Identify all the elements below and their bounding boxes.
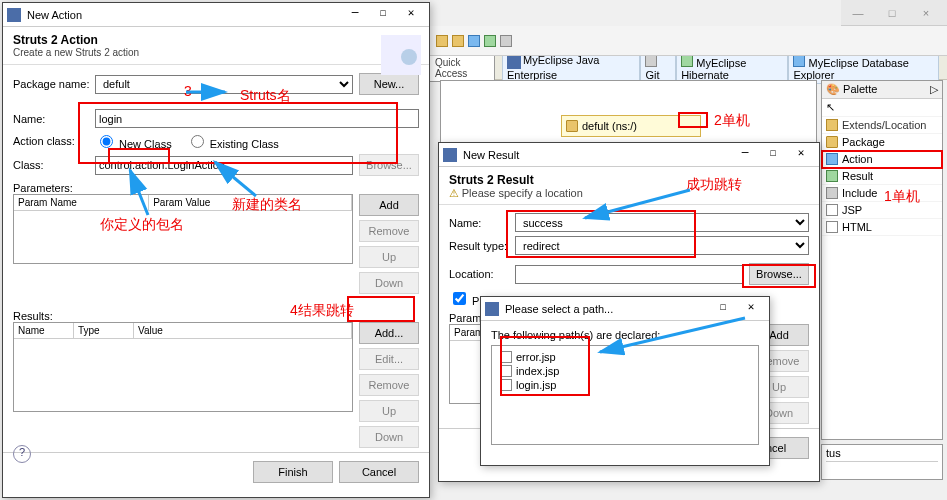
main-close-icon[interactable]: × — [909, 7, 943, 19]
palette-item-action[interactable]: Action — [822, 151, 942, 168]
quick-access-band: Quick Access MyEclipse Java Enterprise G… — [420, 56, 947, 80]
close-icon[interactable]: ✕ — [787, 145, 815, 165]
tb-icon-2[interactable] — [452, 35, 464, 47]
new-action-footer: Finish Cancel — [3, 452, 429, 491]
path-dialog: Please select a path... ☐ ✕ The followin… — [480, 296, 770, 466]
myeclipse-icon — [7, 8, 21, 22]
package-icon — [566, 120, 578, 132]
param-down-button: Down — [359, 272, 419, 294]
myeclipse-icon — [507, 55, 521, 69]
banner-sub: Create a new Struts 2 action — [13, 47, 419, 58]
tb-icon-4[interactable] — [484, 35, 496, 47]
path-tree[interactable]: error.jsp index.jsp login.jsp — [491, 345, 759, 445]
main-min-icon[interactable]: — — [841, 7, 875, 19]
radio-new-class[interactable]: New Class — [95, 132, 172, 150]
help-icon[interactable]: ? — [13, 445, 31, 463]
lbl-result-name: Name: — [449, 217, 515, 229]
finish-button[interactable]: Finish — [253, 461, 333, 483]
palette-select-tool[interactable]: ↖ — [822, 99, 942, 117]
location-input[interactable] — [515, 265, 743, 284]
close-icon[interactable]: ✕ — [397, 5, 425, 25]
jsp-icon — [826, 204, 838, 216]
result-remove-button: Remove — [359, 374, 419, 396]
result-type-select[interactable]: redirect — [515, 236, 809, 255]
tb-icon-5[interactable] — [500, 35, 512, 47]
result-add-button[interactable]: Add... — [359, 322, 419, 344]
path-body: The following path(s) are declared: erro… — [481, 321, 769, 449]
close-icon[interactable]: ✕ — [737, 299, 765, 319]
results-table[interactable]: Name Type Value — [13, 322, 353, 412]
col-param-name: Param Name — [14, 195, 149, 210]
myeclipse-icon — [443, 148, 457, 162]
palette-item-include[interactable]: Include — [822, 185, 942, 202]
persp-db[interactable]: MyEclipse Database Explorer — [788, 52, 939, 84]
main-toolbar — [420, 26, 947, 56]
main-max-icon[interactable]: □ — [875, 7, 909, 19]
result-name-select[interactable]: success — [515, 213, 809, 232]
palette-header[interactable]: 🎨 Palette▷ — [822, 81, 942, 99]
param-add-button[interactable]: Add — [359, 194, 419, 216]
palette-chevron-icon[interactable]: ▷ — [930, 83, 938, 96]
palette-item-jsp[interactable]: JSP — [822, 202, 942, 219]
persp-git[interactable]: Git — [640, 52, 676, 84]
maximize-icon[interactable]: ☐ — [709, 299, 737, 319]
tree-item-error[interactable]: error.jsp — [500, 350, 750, 364]
params-table[interactable]: Param Name Param Value — [13, 194, 353, 264]
git-icon — [645, 55, 657, 67]
tb-icon-1[interactable] — [436, 35, 448, 47]
db-icon — [793, 55, 805, 67]
new-result-banner: Struts 2 Result ⚠ Please specify a locat… — [439, 167, 819, 205]
hibernate-icon — [681, 55, 693, 67]
package-node-defult[interactable]: defult (ns:/) — [561, 115, 701, 137]
minimize-icon[interactable]: ─ — [341, 5, 369, 25]
params-section: Parameters: Param Name Param Value Add R… — [13, 182, 419, 294]
package-node-label: defult (ns:/) — [582, 120, 637, 132]
banner-heading: Struts 2 Action — [13, 33, 419, 47]
browse-location-button[interactable]: Browse... — [749, 263, 809, 285]
palette-item-package[interactable]: Package — [822, 134, 942, 151]
status-label: tus — [826, 447, 841, 459]
maximize-icon[interactable]: ☐ — [369, 5, 397, 25]
banner-warning: ⚠ Please specify a location — [449, 187, 809, 200]
palette-item-html[interactable]: HTML — [822, 219, 942, 236]
tree-item-login[interactable]: login.jsp — [500, 378, 750, 392]
new-result-titlebar[interactable]: New Result ─ ☐ ✕ — [439, 143, 819, 167]
new-package-button[interactable]: New... — [359, 73, 419, 95]
col-r-type: Type — [74, 323, 134, 338]
palette-item-result[interactable]: Result — [822, 168, 942, 185]
param-remove-button: Remove — [359, 220, 419, 242]
lbl-class: Class: — [13, 159, 95, 171]
path-title: Please select a path... — [505, 303, 709, 315]
tree-item-index[interactable]: index.jsp — [500, 364, 750, 378]
jsp-icon — [500, 379, 512, 391]
new-action-body: Package name: defult New... Name: Action… — [3, 65, 429, 452]
banner-image — [381, 35, 421, 75]
persp-hibernate[interactable]: MyEclipse Hibernate — [676, 52, 788, 84]
status-panel: tus — [821, 444, 943, 480]
myeclipse-icon — [485, 302, 499, 316]
lbl-location: Location: — [449, 268, 515, 280]
result-edit-button: Edit... — [359, 348, 419, 370]
class-input[interactable] — [95, 156, 353, 175]
cancel-button[interactable]: Cancel — [339, 461, 419, 483]
quick-access-field[interactable]: Quick Access — [428, 54, 495, 82]
path-desc: The following path(s) are declared: — [491, 329, 759, 341]
package-select[interactable]: defult — [95, 75, 353, 94]
tb-icon-3[interactable] — [468, 35, 480, 47]
result-down-button: Down — [359, 426, 419, 448]
main-window-controls: — □ × — [841, 0, 947, 26]
palette-group-ext[interactable]: Extends/Location — [822, 117, 942, 134]
new-action-titlebar[interactable]: New Action ─ ☐ ✕ — [3, 3, 429, 27]
lbl-package: Package name: — [13, 78, 95, 90]
action-name-input[interactable] — [95, 109, 419, 128]
lbl-action-class: Action class: — [13, 135, 95, 147]
folder-icon — [826, 119, 838, 131]
minimize-icon[interactable]: ─ — [731, 145, 759, 165]
new-action-dialog: New Action ─ ☐ ✕ Struts 2 Action Create … — [2, 2, 430, 498]
path-titlebar[interactable]: Please select a path... ☐ ✕ — [481, 297, 769, 321]
svg-point-1 — [401, 49, 417, 65]
radio-existing-class[interactable]: Existing Class — [186, 132, 279, 150]
persp-java-ee[interactable]: MyEclipse Java Enterprise — [502, 51, 640, 83]
maximize-icon[interactable]: ☐ — [759, 145, 787, 165]
palette-panel: 🎨 Palette▷ ↖ Extends/Location Package Ac… — [821, 80, 943, 440]
